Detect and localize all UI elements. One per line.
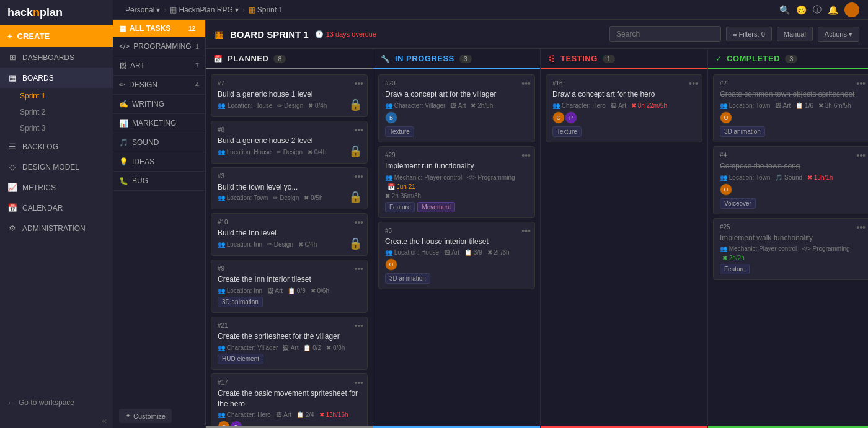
sidebar-item-metrics[interactable]: 📈 METRICS xyxy=(0,177,113,198)
lock-icon-10: 🔒 xyxy=(348,237,362,250)
card-5[interactable]: ••• #5 Create the house interior tileset… xyxy=(378,222,535,290)
sidebar-item-calendar[interactable]: 📅 CALENDAR xyxy=(0,198,113,218)
cat-marketing[interactable]: 📊 MARKETING xyxy=(113,114,205,133)
sidebar-item-design-model[interactable]: ◇ DESIGN MODEL xyxy=(0,157,113,177)
emoji-icon[interactable]: 😊 xyxy=(796,5,807,15)
card-more-4[interactable]: ••• xyxy=(856,151,866,160)
cat-art[interactable]: 🖼 ART 7 xyxy=(113,56,205,76)
avatar-orange-2: O xyxy=(720,111,732,124)
card-2-avatars: O xyxy=(720,111,863,124)
cat-writing[interactable]: ✍ WRITING xyxy=(113,95,205,114)
sprint-grid-icon: ▦ xyxy=(249,6,255,14)
card-16[interactable]: ••• #16 Draw a concept art for the hero … xyxy=(546,74,702,142)
go-workspace-link[interactable]: ← Go to workspace xyxy=(0,392,113,413)
card-7-meta: #7 xyxy=(218,80,361,87)
card-more-17[interactable]: ••• xyxy=(354,378,363,388)
lock-icon-8: 🔒 xyxy=(348,144,362,158)
card-id-29: #29 xyxy=(385,152,396,159)
card-more-25[interactable]: ••• xyxy=(856,222,866,232)
card-20-avatars: B xyxy=(385,111,528,124)
card-8-title: Build a generic house 2 level xyxy=(218,136,361,146)
check-icon: ✓ xyxy=(715,55,722,63)
card-more-2[interactable]: ••• xyxy=(856,79,866,89)
card-17[interactable]: ••• #17 Create the basic movement sprite… xyxy=(211,373,368,426)
design-count: 4 xyxy=(195,81,199,89)
card-more-29[interactable]: ••• xyxy=(521,151,531,160)
card-more-20[interactable]: ••• xyxy=(521,79,531,89)
card-more-9[interactable]: ••• xyxy=(354,264,363,274)
card-8[interactable]: ••• #8 Build a generic house 2 level 👥 L… xyxy=(211,121,368,164)
create-button[interactable]: + CREATE xyxy=(0,25,113,47)
card-more-21[interactable]: ••• xyxy=(354,321,363,331)
planned-cards: ••• #7 Build a generic house 1 level 👥Lo… xyxy=(206,69,373,426)
card-more-7[interactable]: ••• xyxy=(354,79,363,89)
card-7-details: 👥Location: House ✏ Design ✖ 0/4h xyxy=(218,102,361,109)
user-avatar[interactable] xyxy=(844,2,859,17)
manual-button[interactable]: Manual xyxy=(777,27,813,41)
filters-button[interactable]: ≡ Filters: 0 xyxy=(726,27,772,41)
card-more-5[interactable]: ••• xyxy=(521,226,531,236)
card-id-5: #5 xyxy=(385,227,392,234)
card-id-3: #3 xyxy=(218,173,224,180)
card-4[interactable]: ••• #4 Compose the town song 👥 Location:… xyxy=(713,146,868,214)
card-29[interactable]: ••• #29 Implement run functionality 👥 Me… xyxy=(378,146,535,218)
go-workspace-label: Go to workspace xyxy=(19,398,74,407)
sidebar-subitem-sprint2[interactable]: Sprint 2 xyxy=(0,104,113,120)
card-21[interactable]: ••• #21 Create the spritesheet for the v… xyxy=(211,317,368,370)
card-10[interactable]: ••• #10 Build the Inn level 👥 Location: … xyxy=(211,213,368,256)
card-2[interactable]: ••• #2 Create common town objects sprite… xyxy=(713,74,868,142)
boards-icon: ▦ xyxy=(7,73,17,82)
sidebar-item-administration[interactable]: ⚙ ADMINISTRATION xyxy=(0,218,113,238)
all-tasks-badge: 12 xyxy=(185,25,199,33)
card-id-9: #9 xyxy=(218,265,224,272)
actions-button[interactable]: Actions ▾ xyxy=(818,27,859,42)
logo-text: hacknplan xyxy=(7,6,63,19)
card-id-10: #10 xyxy=(218,219,228,225)
cat-design[interactable]: ✏ DESIGN 4 xyxy=(113,76,205,95)
bell-icon[interactable]: 🔔 xyxy=(828,5,838,15)
cat-programming[interactable]: </> PROGRAMMING 1 xyxy=(113,37,205,56)
cat-ideas[interactable]: 💡 IDEAS xyxy=(113,152,205,172)
card-more-16[interactable]: ••• xyxy=(689,79,698,89)
metrics-icon: 📈 xyxy=(7,183,17,192)
card-17-details: 👥 Character: Hero 🖼 Art 📋 2/4 ✖ 13h/16h xyxy=(218,411,361,418)
card-9[interactable]: ••• #9 Create the Inn interior tileset 👥… xyxy=(211,260,368,313)
customize-button[interactable]: ✦ Customize xyxy=(119,409,172,423)
search-icon[interactable]: 🔍 xyxy=(779,5,790,15)
all-tasks-label: ALL TASKS xyxy=(130,24,170,33)
cat-sound[interactable]: 🎵 SOUND xyxy=(113,133,205,152)
overdue-text: 13 days overdue xyxy=(326,30,376,38)
cat-bug[interactable]: 🐛 BUG xyxy=(113,172,205,191)
card-id-4: #4 xyxy=(720,152,727,159)
programming-label: PROGRAMMING xyxy=(133,42,191,51)
card-20[interactable]: ••• #20 Draw a concept art for the villa… xyxy=(378,74,535,142)
sidebar-item-dashboards[interactable]: ⊞ DASHBOARDS xyxy=(0,47,113,68)
card-21-details: 👥 Character: Villager 🖼 Art 📋 0/2 ✖ 0/8h xyxy=(218,344,361,351)
sidebar-subitem-sprint3[interactable]: Sprint 3 xyxy=(0,120,113,136)
card-3[interactable]: ••• #3 Build the town level yo... 👥 Loca… xyxy=(211,167,368,210)
sidebar-item-boards[interactable]: ▦ BOARDS xyxy=(0,68,113,88)
backlog-label: BACKLOG xyxy=(22,142,105,151)
sidebar-subitem-sprint1[interactable]: Sprint 1 xyxy=(0,88,113,104)
avatar-orange-5: O xyxy=(385,258,397,271)
card-more-8[interactable]: ••• xyxy=(354,125,363,135)
personal-nav[interactable]: Personal ▾ xyxy=(122,6,164,14)
collapse-sidebar-button[interactable]: « xyxy=(102,416,107,426)
search-input[interactable] xyxy=(609,26,721,42)
card-id-21: #21 xyxy=(218,322,228,329)
all-tasks-button[interactable]: ▦ ALL TASKS 12 xyxy=(113,20,205,37)
info-icon[interactable]: ⓘ xyxy=(813,4,822,15)
design-model-label: DESIGN MODEL xyxy=(22,163,105,172)
app-logo: hacknplan xyxy=(0,0,113,25)
sidebar-item-backlog[interactable]: ☰ BACKLOG xyxy=(0,136,113,157)
tag-3d: 3D animation xyxy=(218,297,263,307)
planned-count: 8 xyxy=(273,55,286,63)
calendar-label: CALENDAR xyxy=(22,204,105,212)
sprint-nav[interactable]: ▦ Sprint 1 xyxy=(245,6,286,14)
card-more-3[interactable]: ••• xyxy=(354,172,363,181)
card-more-10[interactable]: ••• xyxy=(354,217,363,227)
card-25[interactable]: ••• #25 Implement walk functionality 👥 M… xyxy=(713,218,868,281)
overdue-badge: 🕐 13 days overdue xyxy=(315,30,376,38)
card-7[interactable]: ••• #7 Build a generic house 1 level 👥Lo… xyxy=(211,74,368,117)
rpg-nav[interactable]: ▦ HacknPlan RPG ▾ xyxy=(166,6,242,14)
